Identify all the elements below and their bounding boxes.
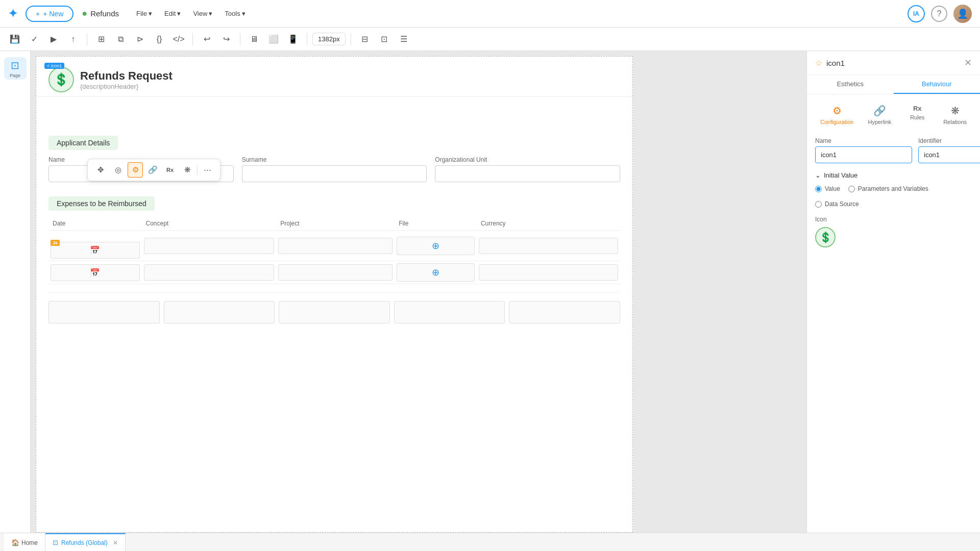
name-identifier-row: Name Identifier [815, 137, 972, 163]
topbar-right: IA ? 👤 [908, 5, 972, 23]
initial-value-header[interactable]: ⌄ Initial Value [815, 171, 972, 179]
project-input-2[interactable] [278, 264, 393, 281]
ft-move-btn[interactable]: ✥ [93, 162, 108, 178]
ft-more-btn[interactable]: ⋯ [200, 162, 215, 178]
refunds-tab[interactable]: ⊡ Refunds (Global) ✕ [45, 533, 126, 551]
hyperlink-label: Hyperlink [868, 119, 891, 125]
star-icon: ☆ [815, 58, 822, 68]
date-input-1[interactable]: 📅 [51, 242, 140, 259]
help-icon[interactable]: ? [931, 6, 947, 22]
undo-button[interactable]: ↩ [198, 31, 215, 48]
radio-params[interactable]: Parameters and Variables [848, 185, 928, 192]
menu-file[interactable]: File ▾ [131, 7, 157, 20]
icon-preview[interactable]: 💲 [815, 227, 836, 247]
rules-icon: Rx [913, 105, 922, 112]
bottom-cell-1[interactable] [48, 301, 160, 323]
expenses-table: Date Concept Project File Currency [48, 217, 620, 293]
project-input-1[interactable] [278, 238, 393, 254]
ft-settings-btn[interactable]: ⚙ [128, 162, 143, 178]
home-tab-label: Home [21, 539, 38, 546]
ft-connect-btn[interactable]: ❋ [180, 162, 195, 178]
bottom-rows [36, 301, 632, 323]
bottom-cell-2[interactable] [164, 301, 275, 323]
rules-label: Rules [910, 114, 924, 120]
radio-datasource-input[interactable] [815, 201, 822, 208]
ft-crop-btn[interactable]: ◎ [110, 162, 126, 178]
save-button[interactable]: 💾 [6, 31, 23, 48]
main-toolbar: 💾 ✓ ▶ ↑ ⊞ ⧉ ⊳ {} </> ↩ ↪ 🖥 ⬜ 📱 1382px ⊟ … [0, 28, 980, 51]
page-name-area: ● Refunds [82, 8, 119, 19]
name-group: Name [815, 137, 912, 163]
radio-value-label: Value [825, 185, 840, 192]
radio-datasource-label: Data Source [825, 201, 859, 208]
concept-input-1[interactable] [144, 238, 275, 254]
sub-tab-relations[interactable]: ❋ Relations [938, 101, 972, 129]
new-button[interactable]: + + New [26, 6, 74, 22]
layers-button[interactable]: ⧉ [112, 31, 129, 48]
sidebar-page-icon[interactable]: ⊡ Page [4, 57, 27, 80]
tab-close-button[interactable]: ✕ [113, 539, 118, 546]
avatar[interactable]: 👤 [953, 5, 972, 23]
flow-button[interactable]: ⊳ [131, 31, 149, 48]
col-currency: Currency [477, 217, 620, 231]
org-unit-label: Organizational Unit [435, 156, 620, 163]
file-input-1[interactable]: ⊕ [397, 237, 475, 255]
mobile-view-button[interactable]: 📱 [284, 31, 302, 48]
layout2-button[interactable]: ⊡ [376, 31, 393, 48]
panel-tabs: Esthetics Behaviour [807, 75, 980, 94]
bottom-row-1 [48, 301, 620, 323]
name-field-input[interactable] [815, 146, 912, 163]
sub-tab-hyperlink[interactable]: 🔗 Hyperlink [863, 101, 896, 129]
form-icon-wrapper: 💲 < icon1 [48, 67, 74, 92]
sub-tab-rules[interactable]: Rx Rules [900, 101, 934, 129]
upload-button[interactable]: ↑ [64, 31, 82, 48]
concept-input-2[interactable] [144, 264, 275, 281]
code-button[interactable]: </> [170, 31, 187, 48]
radio-params-label: Parameters and Variables [858, 185, 928, 192]
layout-settings-button[interactable]: ☰ [395, 31, 412, 48]
sub-tab-configuration[interactable]: ⚙ Configuration [815, 101, 859, 129]
tab-esthetics[interactable]: Esthetics [807, 75, 894, 94]
redo-button[interactable]: ↪ [217, 31, 235, 48]
ia-badge[interactable]: IA [908, 5, 925, 22]
currency-input-2[interactable] [479, 264, 618, 281]
braces-button[interactable]: {} [151, 31, 168, 48]
panel-title-label: icon1 [826, 59, 845, 67]
menu-view[interactable]: View ▾ [188, 7, 217, 20]
home-tab[interactable]: 🏠 Home [4, 533, 45, 551]
radio-params-input[interactable] [848, 186, 855, 192]
applicant-section-title: Applicant Details [48, 136, 118, 150]
play-button[interactable]: ▶ [45, 31, 62, 48]
ft-link-btn[interactable]: 🔗 [145, 162, 160, 178]
menu-edit[interactable]: Edit ▾ [159, 7, 186, 20]
surname-input[interactable] [242, 165, 427, 182]
selected-badge[interactable]: < icon1 [44, 63, 64, 69]
layout1-button[interactable]: ⊟ [356, 31, 374, 48]
left-sidebar: ⊡ Page [0, 51, 31, 533]
expenses-header-row: Date Concept Project File Currency [48, 217, 620, 231]
currency-input-1[interactable] [479, 238, 618, 254]
date-input-2[interactable]: 📅 [51, 264, 140, 281]
tab-behaviour[interactable]: Behaviour [894, 75, 981, 94]
bottom-cell-5[interactable] [509, 301, 620, 323]
bottom-cell-3[interactable] [279, 301, 390, 323]
identifier-field-input[interactable] [918, 146, 980, 163]
ft-rx-btn[interactable]: Rx [162, 162, 178, 178]
px-display[interactable]: 1382px [312, 33, 346, 45]
bottom-cell-4[interactable] [394, 301, 505, 323]
radio-value[interactable]: Value [815, 185, 840, 192]
file-input-2[interactable]: ⊕ [397, 263, 475, 282]
menu-tools[interactable]: Tools ▾ [219, 7, 250, 20]
identifier-group: Identifier [918, 137, 980, 163]
logo[interactable]: ✦ [8, 7, 17, 20]
tablet-view-button[interactable]: ⬜ [265, 31, 282, 48]
radio-value-input[interactable] [815, 186, 822, 192]
check-button[interactable]: ✓ [26, 31, 43, 48]
hyperlink-icon: 🔗 [873, 105, 886, 117]
org-unit-input[interactable] [435, 165, 620, 182]
form-icon[interactable]: 💲 [48, 67, 74, 92]
grid-button[interactable]: ⊞ [92, 31, 110, 48]
desktop-view-button[interactable]: 🖥 [246, 31, 263, 48]
radio-datasource[interactable]: Data Source [815, 201, 859, 208]
panel-close-button[interactable]: ✕ [964, 57, 972, 68]
